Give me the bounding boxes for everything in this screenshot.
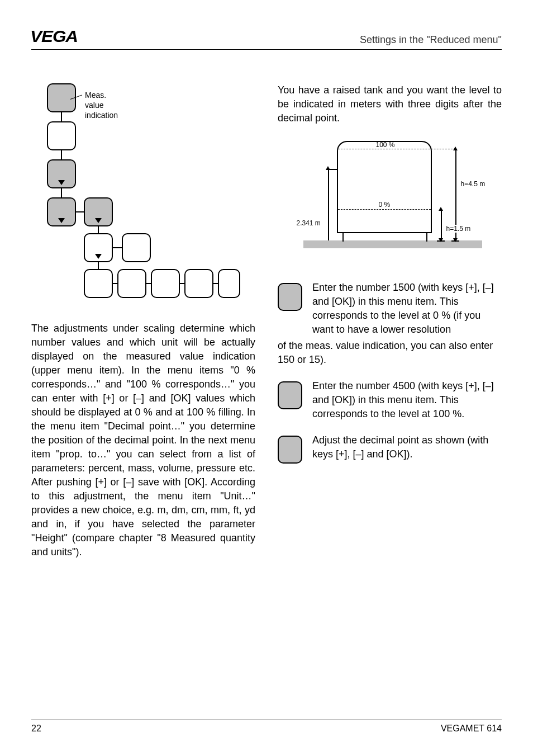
page-header: VEGA Settings in the "Reduced menu" xyxy=(31,27,502,50)
connector xyxy=(180,283,184,284)
connector xyxy=(76,211,84,212)
connector xyxy=(113,283,117,284)
connector xyxy=(213,283,218,284)
step-3: Adjust the decimal point as shown (with … xyxy=(278,433,502,464)
menu-box xyxy=(184,269,213,298)
step-box-icon xyxy=(278,381,302,409)
text: indication xyxy=(85,111,118,120)
right-intro: You have a raised tank and you want the … xyxy=(278,83,502,125)
step-box-icon xyxy=(278,436,302,464)
content-columns: Meas. value indication The adjustments u… xyxy=(31,83,502,559)
menu-box xyxy=(84,269,113,298)
menu-box xyxy=(122,233,151,262)
tank-diagram: 100 % 0 % 2.341 m h=4.5 m xyxy=(287,135,493,258)
text: value xyxy=(85,101,103,110)
connector xyxy=(61,188,62,197)
dashed-line xyxy=(338,149,455,149)
dashed-line xyxy=(338,209,431,210)
step-2: Enter the number 4500 (with keys [+], [–… xyxy=(278,379,502,421)
tank-leg xyxy=(342,233,344,242)
label-left-meas: 2.341 m xyxy=(297,219,321,227)
label-h15: h=1.5 m xyxy=(445,225,472,233)
step-1: Enter the number 1500 (with keys [+], [–… xyxy=(278,281,502,337)
step-text: Enter the number 4500 (with keys [+], [–… xyxy=(312,379,502,421)
product-name: VEGAMET 614 xyxy=(441,724,502,734)
left-column: Meas. value indication The adjustments u… xyxy=(31,83,255,559)
left-paragraph: The adjustments under scaling determine … xyxy=(31,322,255,559)
connector xyxy=(98,262,99,269)
menu-tree-diagram: Meas. value indication xyxy=(31,83,221,307)
arrowhead-up-icon xyxy=(453,147,458,150)
connector xyxy=(98,226,99,233)
connector xyxy=(61,112,62,121)
tree-label: Meas. value indication xyxy=(85,90,118,120)
indicator-tick xyxy=(328,169,338,170)
arrow-down-icon xyxy=(95,218,102,223)
connector xyxy=(146,283,151,284)
page-footer: 22 VEGAMET 614 xyxy=(31,720,502,734)
step-box-icon xyxy=(278,283,302,311)
text: Meas. xyxy=(85,91,106,100)
dim-tick xyxy=(437,240,445,242)
step-1-continuation: of the meas. value indication, you can a… xyxy=(278,339,502,367)
dim-tick xyxy=(451,240,459,242)
dim-line xyxy=(441,209,442,240)
arrowhead-up-icon xyxy=(439,207,443,211)
arrow-down-icon xyxy=(95,254,102,259)
label-100pct: 100 % xyxy=(376,141,395,149)
label-0pct: 0 % xyxy=(379,201,391,209)
logo: VEGA xyxy=(30,27,78,46)
menu-box xyxy=(117,269,146,298)
menu-box xyxy=(47,121,76,150)
step-text: Adjust the decimal point as shown (with … xyxy=(312,433,502,464)
arrow-down-icon xyxy=(58,180,65,185)
tank-leg xyxy=(426,233,427,242)
connector xyxy=(113,247,122,248)
header-title: Settings in the "Reduced menu" xyxy=(360,34,502,46)
page-number: 22 xyxy=(31,724,41,734)
label-h45: h=4.5 m xyxy=(461,180,486,188)
menu-box xyxy=(151,269,180,298)
connector xyxy=(61,150,62,159)
arrow-down-icon xyxy=(58,218,65,223)
step-text: Enter the number 1500 (with keys [+], [–… xyxy=(312,281,502,337)
indicator-line xyxy=(328,169,329,240)
page-root: VEGA Settings in the "Reduced menu" xyxy=(0,0,533,756)
right-column: You have a raised tank and you want the … xyxy=(278,83,502,559)
tank-body xyxy=(337,141,432,233)
menu-box xyxy=(218,269,240,298)
